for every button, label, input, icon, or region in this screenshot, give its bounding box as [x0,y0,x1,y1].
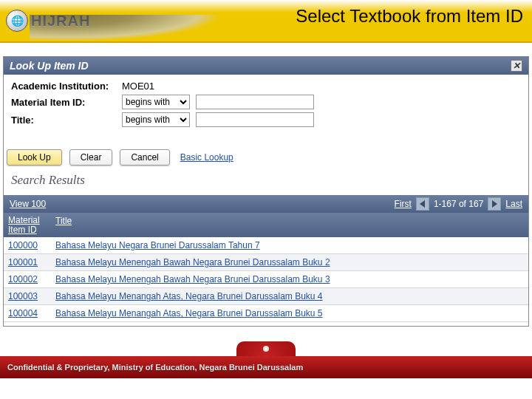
cell-title[interactable]: Bahasa Melayu Menangah Atas, Negara Brun… [51,288,528,304]
table-row: 100000Bahasa Melayu Negara Brunei Daruss… [4,237,528,254]
slide-header: 🌐 HIJRAH Select Textbook from Item ID [0,0,532,43]
operator-title[interactable]: begins with [122,112,190,127]
pager-last[interactable]: Last [505,199,522,209]
page-title: Select Textbook from Item ID [296,6,523,27]
close-icon[interactable]: ✕ [511,60,522,72]
cell-title[interactable]: Bahasa Melayu Negara Brunei Darussalam T… [51,237,528,253]
table-row: 100004Bahasa Melayu Menangah Atas, Negar… [4,305,528,322]
table-row: 100001Bahasa Melayu Menengah Bawah Negar… [4,254,528,271]
cell-title[interactable]: Bahasa Melayu Menangah Atas, Negara Brun… [51,305,528,321]
cell-item-id[interactable]: 100001 [4,254,51,270]
grid-header-row: Material Item ID Title [4,213,528,237]
col-title[interactable]: Title [51,213,76,237]
window-title: Look Up Item ID [10,60,89,72]
label-title-field: Title: [11,115,122,126]
footer-text: Confidential & Proprietary, Ministry of … [7,363,303,372]
material-id-input[interactable] [196,95,314,109]
cell-item-id[interactable]: 100000 [4,237,51,253]
cancel-button[interactable]: Cancel [120,149,169,166]
operator-material-id[interactable]: begins with [122,95,190,109]
view-100-link[interactable]: View 100 [10,199,46,209]
cell-item-id[interactable]: 100004 [4,305,51,321]
pager-prev-icon[interactable] [416,197,429,211]
table-row: 100003Bahasa Melayu Menangah Atas, Negar… [4,288,528,305]
col-material-id[interactable]: Material Item ID [4,213,51,237]
footer: Confidential & Proprietary, Ministry of … [0,341,532,378]
label-material-id: Material Item ID: [11,97,122,108]
pager-range: 1-167 of 167 [434,199,483,209]
pager: First 1-167 of 167 Last [395,197,522,211]
table-row: 100002Bahasa Melayu Menengah Bawah Negar… [4,271,528,288]
button-row: Look Up Clear Cancel Basic Lookup [7,149,525,166]
lookup-button[interactable]: Look Up [7,149,62,166]
cell-title[interactable]: Bahasa Melayu Menengah Bawah Negara Brun… [51,271,528,287]
grid-body: 100000Bahasa Melayu Negara Brunei Daruss… [4,237,528,326]
footer-tab-icon [236,341,296,356]
title-input[interactable] [196,112,314,127]
label-institution: Academic Institution: [11,81,122,92]
search-form: Academic Institution: MOE01 Material Ite… [4,75,528,139]
pager-next-icon[interactable] [488,197,501,211]
lookup-window: Look Up Item ID ✕ Academic Institution: … [3,56,529,327]
cell-item-id[interactable]: 100003 [4,288,51,304]
value-institution: MOE01 [122,81,208,92]
clear-button[interactable]: Clear [69,149,113,166]
footer-bar: Confidential & Proprietary, Ministry of … [0,356,532,378]
basic-lookup-link[interactable]: Basic Lookup [180,152,233,163]
cell-title[interactable]: Bahasa Melayu Menengah Bawah Negara Brun… [51,254,528,270]
globe-icon: 🌐 [6,10,28,32]
cell-item-id[interactable]: 100002 [4,271,51,287]
pager-first[interactable]: First [395,199,412,209]
window-titlebar: Look Up Item ID ✕ [4,57,528,75]
grid-toolbar: View 100 First 1-167 of 167 Last [4,195,528,213]
search-results-heading: Search Results [11,173,521,188]
